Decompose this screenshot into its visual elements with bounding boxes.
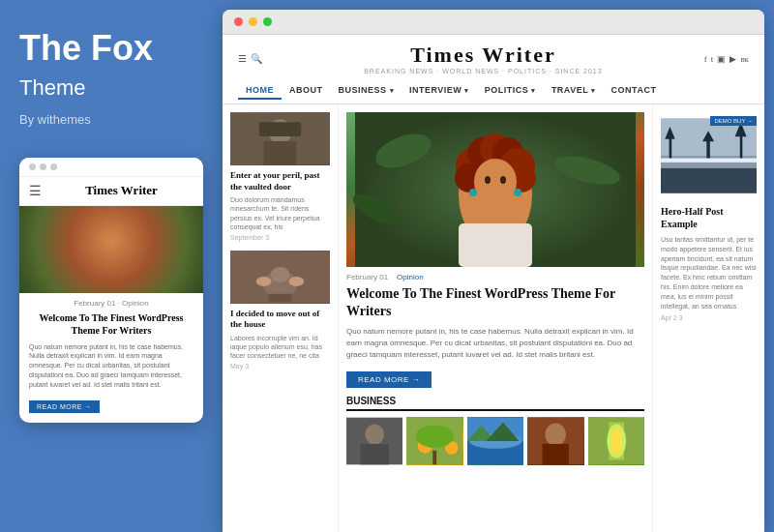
article-text-1: Duo dolorum mandamus mnesarchum te. Sit …: [230, 195, 330, 230]
mobile-site-title: Times Writer: [49, 183, 194, 198]
main-article-date: February 01: [346, 273, 388, 281]
nav-contact[interactable]: CONTACT: [604, 82, 665, 100]
svg-rect-15: [259, 122, 302, 136]
article-text-2: Labores incorrupte vim an. Id iaque popu…: [230, 334, 330, 360]
svg-rect-14: [264, 141, 297, 165]
svg-point-38: [469, 189, 477, 196]
business-thumb-4: [527, 417, 583, 465]
mobile-article-meta: February 01 · Opinion: [19, 293, 203, 310]
svg-point-21: [288, 277, 304, 286]
svg-rect-56: [543, 444, 569, 464]
svg-point-6: [116, 214, 135, 233]
left-panel: The Fox Theme By withemes ☰ Times Writer: [0, 0, 223, 532]
site-header-top: ☰ 🔍 Times Writer BREAKING NEWS · WORLD N…: [238, 43, 749, 74]
article-image-2: [230, 251, 330, 304]
nav-politics[interactable]: POLITICS ▾: [477, 82, 544, 100]
article-title-2: I decided to move out of the house: [230, 309, 330, 331]
browser-mockup: ☰ 🔍 Times Writer BREAKING NEWS · WORLD N…: [223, 10, 764, 532]
svg-rect-10: [82, 250, 140, 288]
browser-chrome: [223, 10, 764, 35]
svg-rect-70: [661, 159, 757, 163]
svg-rect-19: [269, 294, 292, 302]
mobile-hero-image: [19, 206, 203, 293]
business-thumb-5: [588, 417, 644, 465]
list-item: I decided to move out of the house Labor…: [230, 251, 330, 370]
nav-travel[interactable]: TRAVEL ▾: [544, 82, 604, 100]
nav-home[interactable]: HOME: [238, 82, 282, 100]
business-section: BUSINESS: [346, 396, 644, 465]
nav-business[interactable]: BUSINESS ▾: [331, 82, 402, 100]
browser-maximize-dot[interactable]: [263, 17, 272, 26]
site-header-left-icons: ☰ 🔍: [238, 53, 262, 64]
left-column: Enter at your peril, past the vaulted do…: [223, 104, 339, 532]
svg-point-36: [500, 176, 506, 184]
svg-point-39: [514, 189, 521, 196]
search-icon[interactable]: 🔍: [251, 53, 262, 64]
main-article-text: Quo natum nemore putant in, his te case …: [346, 326, 644, 361]
main-article-category: Opinion: [397, 273, 424, 281]
site-title-block: Times Writer BREAKING NEWS · WORLD NEWS …: [262, 43, 704, 74]
youtube-icon[interactable]: ▶: [729, 54, 736, 64]
mobile-read-more-button[interactable]: READ MORE →: [19, 396, 203, 423]
article-date-2: May 3: [230, 363, 330, 369]
svg-point-18: [271, 267, 290, 282]
browser-minimize-dot[interactable]: [249, 17, 257, 26]
site-nav: HOME ABOUT BUSINESS ▾ INTERVIEW ▾ POLITI…: [238, 78, 749, 103]
main-article-meta: February 01 Opinion: [346, 273, 644, 281]
svg-point-7: [122, 222, 145, 245]
main-article-title: Welcome To The Finest WordPress Theme Fo…: [346, 285, 644, 320]
brand-by: By withemes: [19, 112, 203, 127]
svg-point-55: [546, 424, 566, 446]
svg-point-48: [416, 426, 454, 448]
read-more-button[interactable]: READ MORE →: [346, 371, 432, 388]
menu-icon[interactable]: ☰: [238, 53, 247, 64]
svg-point-9: [126, 233, 145, 252]
mobile-dot-1: [29, 163, 36, 170]
right-column: DEMO BUY → Hero-Half Post Example Usu ta…: [653, 104, 764, 532]
svg-point-2: [90, 218, 133, 252]
business-thumb-2: [406, 417, 462, 465]
article-image-1: [230, 112, 330, 165]
list-item: Enter at your peril, past the vaulted do…: [230, 112, 330, 241]
website-content: ☰ 🔍 Times Writer BREAKING NEWS · WORLD N…: [223, 35, 764, 532]
svg-point-5: [102, 211, 121, 230]
business-thumb-1: [346, 417, 402, 465]
main-content-area: Enter at your peril, past the vaulted do…: [223, 104, 764, 532]
mobile-top-bar: [19, 158, 203, 177]
svg-rect-60: [611, 429, 621, 454]
business-thumb-3: [467, 417, 523, 465]
svg-rect-42: [361, 444, 389, 464]
svg-rect-47: [433, 451, 437, 465]
svg-point-1: [82, 221, 140, 288]
business-grid: [346, 417, 644, 465]
mobile-header: ☰ Times Writer: [19, 177, 203, 206]
twitter-icon[interactable]: t: [711, 54, 714, 64]
site-header: ☰ 🔍 Times Writer BREAKING NEWS · WORLD N…: [223, 35, 764, 104]
svg-point-4: [87, 214, 106, 233]
svg-rect-0: [19, 206, 203, 293]
site-social-icons: f t ▣ ▶ вк: [704, 54, 749, 64]
svg-point-8: [77, 233, 97, 252]
browser-close-dot[interactable]: [234, 17, 243, 26]
nav-interview[interactable]: INTERVIEW ▾: [402, 82, 477, 100]
nav-about[interactable]: ABOUT: [282, 82, 331, 100]
hamburger-icon[interactable]: ☰: [29, 183, 42, 199]
right-article-text: Usu tantas omittantur ut, per te modo ap…: [661, 235, 757, 310]
facebook-icon[interactable]: f: [704, 54, 707, 64]
mobile-dot-2: [40, 163, 46, 170]
brand-subtitle: Theme: [19, 75, 203, 101]
svg-point-20: [256, 277, 272, 286]
svg-point-3: [77, 222, 101, 245]
svg-rect-11: [77, 272, 145, 293]
svg-rect-68: [706, 139, 709, 161]
site-title: Times Writer: [262, 43, 704, 68]
brand-title: The Fox: [19, 29, 203, 68]
demo-badge[interactable]: DEMO BUY →: [710, 116, 757, 126]
business-section-title: BUSINESS: [346, 396, 644, 411]
svg-rect-37: [459, 223, 532, 267]
mobile-article-text: Quo natum nemore putant in, his te case …: [19, 342, 203, 396]
right-article-title: Hero-Half Post Example: [661, 205, 757, 230]
instagram-icon[interactable]: ▣: [717, 54, 726, 64]
vk-icon[interactable]: вк: [740, 54, 749, 64]
mobile-article-title: Welcome To The Finest WordPress Theme Fo…: [19, 310, 203, 342]
